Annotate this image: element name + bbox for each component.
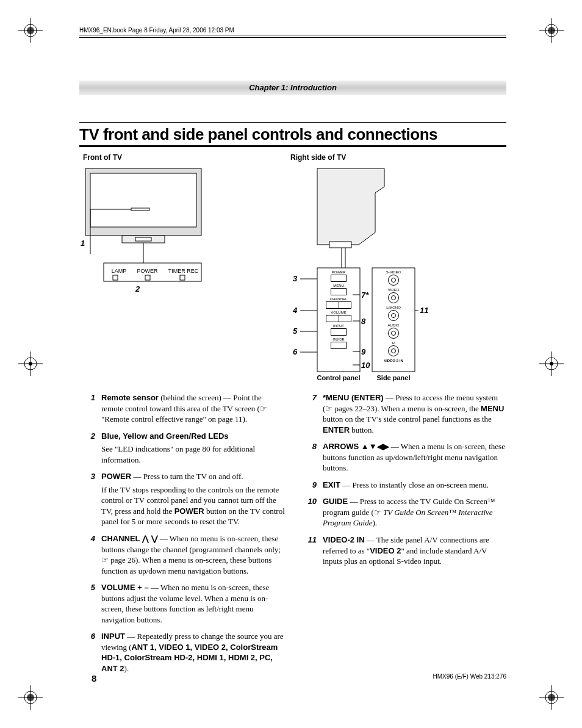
item-number: 9	[301, 480, 323, 491]
chapter-title: Chapter 1: Introduction	[79, 81, 506, 95]
list-item: 6INPUT — Repeatedly press to change the …	[79, 631, 285, 674]
item-body: POWER — Press to turn the TV on and off.…	[101, 471, 285, 527]
svg-rect-33	[145, 275, 150, 280]
item-number: 8	[301, 441, 323, 474]
side-jack: R	[373, 341, 414, 356]
svg-rect-34	[180, 275, 185, 280]
panel-button: MENU	[318, 284, 359, 295]
list-item: 11VIDEO-2 IN — The side panel A/V connec…	[301, 535, 506, 567]
list-item: 9EXIT — Press to instantly close an on-s…	[301, 480, 506, 491]
callout-6: 6	[293, 347, 297, 356]
list-item: 10GUIDE — Press to access the TV Guide O…	[301, 496, 506, 528]
svg-rect-25	[90, 173, 196, 227]
svg-rect-37	[329, 242, 351, 248]
panel-button: POWER	[318, 270, 359, 282]
list-item: 3POWER — Press to turn the TV on and off…	[79, 471, 285, 527]
crop-mark-tr	[539, 18, 564, 43]
section-heading: TV front and side panel controls and con…	[79, 122, 506, 147]
side-tv-label: Right side of TV	[290, 153, 506, 162]
item-number: 1	[79, 392, 101, 425]
footer-code: HMX96 (E/F) Web 213:276	[433, 673, 506, 680]
diagram-row: Front of TV	[79, 153, 506, 385]
callout-9: 9	[361, 347, 365, 356]
side-jack: L/MONO	[373, 306, 414, 321]
led-timer: TIMER REC	[168, 268, 199, 274]
list-item: 5VOLUME + – — When no menu is on-screen,…	[79, 582, 285, 625]
side-panel-title: VIDEO-2 IN	[373, 359, 414, 362]
column-left: 1Remote sensor (behind the screen) — Poi…	[79, 392, 285, 680]
item-number: 5	[79, 582, 101, 625]
page-number: 8	[92, 673, 96, 683]
item-body: *MENU (ENTER) — Press to access the menu…	[323, 392, 506, 435]
callout-1: 1	[81, 239, 288, 248]
svg-marker-36	[317, 168, 384, 245]
panel-button: INPUT	[318, 324, 359, 336]
callout-3: 3	[293, 274, 297, 283]
item-body: ARROWS ▲▼◀▶ — When a menu is on-screen, …	[323, 441, 506, 474]
front-tv-label: Front of TV	[83, 153, 287, 162]
crop-mark-bl	[18, 685, 43, 710]
svg-point-23	[550, 362, 553, 366]
item-body: CHANNEL ⋀ ⋁ — When no menu is on-screen,…	[101, 533, 285, 576]
book-info-bar: HMX96_EN.book Page 8 Friday, April 28, 2…	[79, 27, 506, 38]
callout-5: 5	[293, 326, 297, 336]
side-panel: S-VIDEOVIDEOL/MONOAUDIOR VIDEO-2 IN	[373, 270, 414, 362]
item-number: 3	[79, 471, 101, 527]
item-number: 6	[79, 631, 101, 674]
item-body: GUIDE — Press to access the TV Guide On …	[323, 496, 506, 528]
crop-mark-br	[539, 685, 564, 710]
list-item: 4CHANNEL ⋀ ⋁ — When no menu is on-screen…	[79, 533, 285, 576]
side-jack: AUDIO	[373, 323, 414, 339]
callout-8: 8	[361, 317, 365, 326]
callout-4: 4	[293, 306, 297, 315]
control-panel-label: Control panel	[314, 374, 363, 381]
svg-point-19	[29, 362, 32, 366]
panel-button: CHANNEL	[318, 297, 359, 309]
crop-mark-l	[18, 351, 43, 376]
page-content: HMX96_EN.book Page 8 Friday, April 28, 2…	[79, 27, 506, 680]
led-power: POWER	[137, 268, 157, 274]
item-number: 10	[301, 496, 323, 528]
item-number: 4	[79, 533, 101, 576]
crop-mark-tl	[18, 18, 43, 43]
side-jack: VIDEO	[373, 288, 414, 303]
column-right: 7*MENU (ENTER) — Press to access the men…	[301, 392, 506, 680]
callout-7: 7*	[361, 290, 368, 300]
diagram-front: Front of TV	[79, 153, 287, 385]
callout-10: 10	[361, 361, 370, 370]
list-item: 1Remote sensor (behind the screen) — Poi…	[79, 392, 285, 425]
panel-button: VOLUME	[318, 311, 359, 322]
item-body: VOLUME + – — When no menu is on-screen, …	[101, 582, 285, 625]
description-columns: 1Remote sensor (behind the screen) — Poi…	[79, 392, 506, 680]
item-body: Remote sensor (behind the screen) — Poin…	[101, 392, 285, 425]
panel-button: GUIDE	[318, 337, 359, 349]
item-body: EXIT — Press to instantly close an on-sc…	[323, 480, 506, 491]
item-body: Blue, Yellow and Green/Red LEDsSee "LED …	[101, 431, 285, 466]
list-item: 2Blue, Yellow and Green/Red LEDsSee "LED…	[79, 431, 285, 466]
item-number: 7	[301, 392, 323, 435]
side-jack: S-VIDEO	[373, 270, 414, 286]
book-info-text: HMX96_EN.book Page 8 Friday, April 28, 2…	[79, 27, 234, 34]
item-number: 2	[79, 431, 101, 466]
item-number: 11	[301, 535, 323, 567]
side-panel-label: Side panel	[369, 374, 418, 381]
callout-11: 11	[420, 306, 428, 315]
list-item: 8ARROWS ▲▼◀▶ — When a menu is on-screen,…	[301, 441, 506, 474]
item-body: VIDEO-2 IN — The side panel A/V connecti…	[323, 535, 506, 567]
crop-mark-r	[539, 351, 564, 376]
svg-rect-32	[113, 275, 118, 280]
list-item: 7*MENU (ENTER) — Press to access the men…	[301, 392, 506, 435]
control-panel: POWERMENUCHANNELVOLUMEINPUTGUIDE	[318, 270, 359, 351]
led-labels: LAMP POWER TIMER REC	[106, 268, 204, 274]
item-body: INPUT — Repeatedly press to change the s…	[101, 631, 285, 674]
diagram-side: Right side of TV POWERMENUCHANNELVOL	[287, 153, 506, 385]
led-lamp: LAMP	[112, 268, 127, 274]
